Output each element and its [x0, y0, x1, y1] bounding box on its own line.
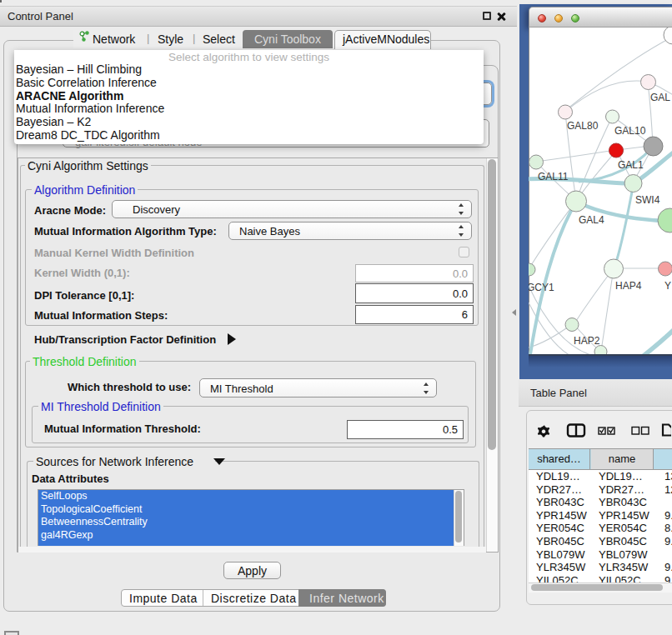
svg-text:GAL1: GAL1: [618, 159, 644, 171]
svg-text:GAL: GAL: [650, 92, 670, 103]
svg-text:GAL80: GAL80: [567, 120, 599, 132]
svg-text:GCY1: GCY1: [529, 282, 554, 293]
svg-text:SWI4: SWI4: [635, 194, 660, 206]
svg-text:Y: Y: [664, 280, 671, 292]
svg-text:HAP4: HAP4: [615, 280, 642, 292]
svg-text:GAL4: GAL4: [579, 214, 604, 226]
svg-text:GAL10: GAL10: [614, 125, 646, 137]
svg-text:HAP2: HAP2: [574, 335, 600, 347]
svg-text:GAL11: GAL11: [538, 171, 569, 182]
